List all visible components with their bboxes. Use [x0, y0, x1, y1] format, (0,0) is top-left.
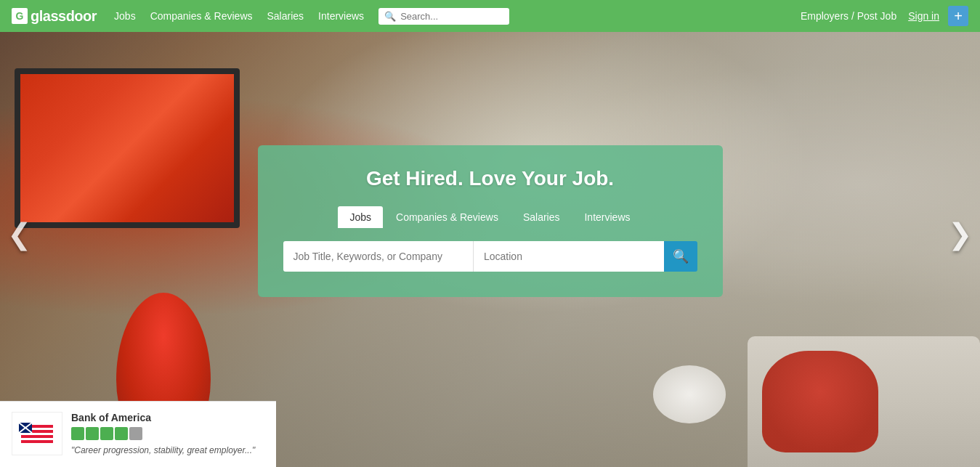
tab-companies[interactable]: Companies & Reviews — [384, 206, 510, 228]
nav-companies[interactable]: Companies & Reviews — [150, 10, 253, 22]
search-button[interactable]: 🔍 — [664, 241, 697, 272]
signin-link[interactable]: Sign in — [908, 10, 939, 22]
logo-icon: G — [12, 8, 28, 24]
location-input[interactable] — [473, 241, 664, 272]
company-quote: "Career progression, stability, great em… — [71, 444, 264, 457]
company-logo — [12, 412, 62, 455]
tab-interviews[interactable]: Interviews — [572, 206, 641, 228]
star-4 — [115, 427, 128, 440]
logo-text: glassdoor — [31, 8, 97, 25]
company-name[interactable]: Bank of America — [71, 412, 264, 423]
search-icon: 🔍 — [384, 11, 396, 22]
company-card: Bank of America "Career progression, sta… — [0, 401, 276, 467]
employers-link[interactable]: Employers / Post Job — [801, 10, 896, 22]
red-chair-right — [762, 351, 878, 452]
star-5 — [129, 427, 142, 440]
logo[interactable]: G glassdoor — [12, 8, 97, 25]
star-1 — [71, 427, 84, 440]
hero-tagline: Get Hired. Love Your Job. — [283, 167, 697, 190]
star-rating — [71, 427, 264, 440]
star-3 — [100, 427, 113, 440]
search-icon: 🔍 — [673, 248, 689, 264]
company-info: Bank of America "Career progression, sta… — [71, 412, 264, 457]
navbar-search: 🔍 — [378, 8, 509, 25]
search-tabs: Jobs Companies & Reviews Salaries Interv… — [283, 206, 697, 228]
boa-logo-svg — [15, 415, 59, 452]
nav-jobs[interactable]: Jobs — [114, 10, 136, 22]
search-input[interactable] — [400, 11, 495, 22]
job-input[interactable] — [283, 241, 474, 272]
tab-jobs[interactable]: Jobs — [338, 206, 383, 228]
nav-interviews[interactable]: Interviews — [318, 10, 364, 22]
navbar: G glassdoor Jobs Companies & Reviews Sal… — [0, 0, 980, 32]
tv-content — [20, 74, 234, 222]
table-white — [653, 365, 726, 423]
nav-salaries[interactable]: Salaries — [267, 10, 304, 22]
plus-button[interactable]: + — [948, 6, 968, 26]
next-arrow[interactable]: ❯ — [948, 217, 973, 251]
tab-salaries[interactable]: Salaries — [511, 206, 572, 228]
tv-screen — [15, 68, 240, 228]
star-2 — [86, 427, 99, 440]
search-fields: 🔍 — [283, 241, 697, 272]
search-panel: Get Hired. Love Your Job. Jobs Companies… — [258, 145, 723, 297]
prev-arrow[interactable]: ❮ — [7, 217, 32, 251]
